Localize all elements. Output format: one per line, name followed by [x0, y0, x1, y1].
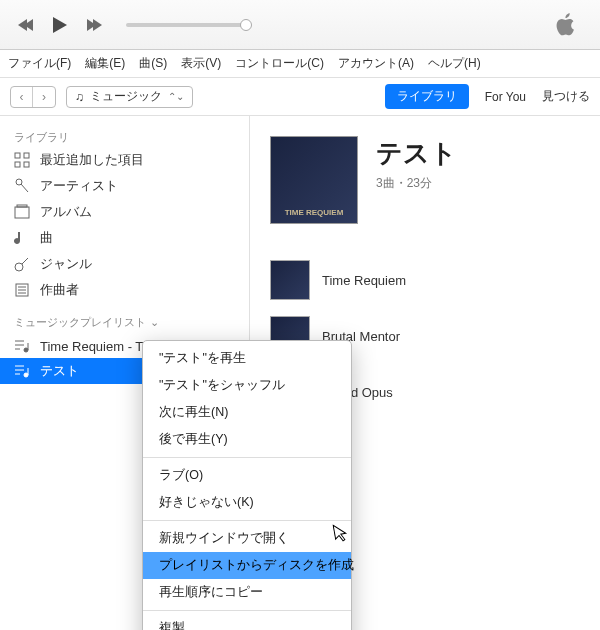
svg-rect-1	[24, 153, 29, 158]
svg-rect-6	[15, 207, 29, 218]
sidebar-item-artists[interactable]: アーティスト	[0, 173, 249, 199]
microphone-icon	[14, 178, 30, 194]
context-menu-item[interactable]: 再生順序にコピー	[143, 579, 351, 606]
playlist-meta: 3曲・23分	[376, 175, 457, 192]
context-menu-item[interactable]: 次に再生(N)	[143, 399, 351, 426]
sidebar-section-playlists[interactable]: ミュージックプレイリスト ⌄	[0, 303, 249, 334]
context-menu-separator	[143, 457, 351, 458]
sidebar-item-label: 最近追加した項目	[40, 151, 144, 169]
svg-point-22	[24, 373, 28, 377]
media-type-label: ミュージック	[90, 88, 162, 105]
playlist-artwork[interactable]: TIME REQUIEM	[270, 136, 358, 224]
svg-rect-2	[15, 162, 20, 167]
context-menu-item[interactable]: 複製	[143, 615, 351, 630]
menu-help[interactable]: ヘルプ(H)	[428, 55, 481, 72]
track-name: Time Requiem	[322, 273, 406, 288]
nav-back-forward: ‹ ›	[10, 86, 56, 108]
guitar-icon	[14, 256, 30, 272]
media-type-selector[interactable]: ♫ ミュージック ⌃⌄	[66, 86, 193, 108]
grid-icon	[14, 152, 30, 168]
transport-controls	[12, 13, 108, 37]
album-icon	[14, 204, 30, 220]
sidebar-item-label: 曲	[40, 229, 53, 247]
chevron-updown-icon: ⌃⌄	[168, 91, 184, 102]
menu-edit[interactable]: 編集(E)	[85, 55, 125, 72]
chevron-down-icon: ⌄	[150, 316, 159, 329]
playlist-icon	[14, 363, 30, 379]
context-menu-item[interactable]: 後で再生(Y)	[143, 426, 351, 453]
context-menu-item[interactable]: 好きじゃない(K)	[143, 489, 351, 516]
sidebar-item-albums[interactable]: アルバム	[0, 199, 249, 225]
track-artwork	[270, 260, 310, 300]
sheet-music-icon	[14, 282, 30, 298]
menu-song[interactable]: 曲(S)	[139, 55, 167, 72]
sidebar-item-label: アルバム	[40, 203, 92, 221]
tab-for-you[interactable]: For You	[485, 90, 526, 104]
track-row[interactable]: Time Requiem	[270, 252, 590, 308]
menu-account[interactable]: アカウント(A)	[338, 55, 414, 72]
svg-point-8	[15, 263, 23, 271]
svg-line-9	[22, 258, 28, 264]
sidebar-item-label: 作曲者	[40, 281, 79, 299]
svg-rect-0	[15, 153, 20, 158]
menu-file[interactable]: ファイル(F)	[8, 55, 71, 72]
sidebar-section-library: ライブラリ	[0, 124, 249, 147]
menubar: ファイル(F) 編集(E) 曲(S) 表示(V) コントロール(C) アカウント…	[0, 50, 600, 78]
sidebar-item-label: アーティスト	[40, 177, 118, 195]
svg-rect-7	[17, 205, 27, 207]
context-menu-item[interactable]: ラブ(O)	[143, 462, 351, 489]
svg-line-5	[21, 184, 28, 192]
apple-logo-icon	[552, 10, 580, 45]
playlist-header: TIME REQUIEM テスト 3曲・23分	[270, 136, 590, 224]
sidebar-item-genres[interactable]: ジャンル	[0, 251, 249, 277]
context-menu-separator	[143, 610, 351, 611]
svg-point-17	[24, 348, 28, 352]
context-menu-item[interactable]: 新規ウインドウで開く	[143, 525, 351, 552]
sidebar-item-recently-added[interactable]: 最近追加した項目	[0, 147, 249, 173]
sidebar-item-composers[interactable]: 作曲者	[0, 277, 249, 303]
sidebar-item-songs[interactable]: 曲	[0, 225, 249, 251]
context-menu: "テスト"を再生"テスト"をシャッフル次に再生(N)後で再生(Y)ラブ(O)好き…	[142, 340, 352, 630]
player-controls-bar	[0, 0, 600, 50]
playlist-title: テスト	[376, 136, 457, 171]
volume-knob[interactable]	[240, 19, 252, 31]
context-menu-item[interactable]: "テスト"を再生	[143, 345, 351, 372]
forward-button[interactable]: ›	[33, 87, 55, 107]
context-menu-item[interactable]: "テスト"をシャッフル	[143, 372, 351, 399]
menu-controls[interactable]: コントロール(C)	[235, 55, 324, 72]
svg-rect-3	[24, 162, 29, 167]
playlist-icon	[14, 338, 30, 354]
sidebar-item-label: テスト	[40, 362, 79, 380]
context-menu-item[interactable]: プレイリストからディスクを作成	[143, 552, 351, 579]
sidebar-item-label: ジャンル	[40, 255, 92, 273]
music-note-icon: ♫	[75, 90, 84, 104]
note-icon	[14, 230, 30, 246]
play-button[interactable]	[48, 13, 72, 37]
menu-view[interactable]: 表示(V)	[181, 55, 221, 72]
next-button[interactable]	[84, 13, 108, 37]
navigation-toolbar: ‹ › ♫ ミュージック ⌃⌄ ライブラリ For You 見つける	[0, 78, 600, 116]
previous-button[interactable]	[12, 13, 36, 37]
context-menu-separator	[143, 520, 351, 521]
tab-library[interactable]: ライブラリ	[385, 84, 469, 109]
back-button[interactable]: ‹	[11, 87, 33, 107]
volume-slider[interactable]	[126, 23, 246, 27]
tab-browse[interactable]: 見つける	[542, 88, 590, 105]
